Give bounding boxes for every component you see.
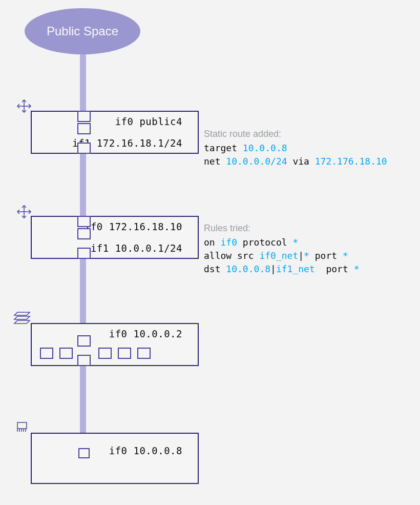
if0-label: if0 172.16.18.10 — [85, 221, 182, 232]
host-port — [78, 448, 90, 458]
if0-label: if0 public4 — [115, 116, 182, 127]
host-node: if0 10.0.0.8 — [31, 433, 199, 484]
svg-marker-4 — [14, 312, 30, 315]
switch-port — [40, 348, 53, 359]
public-space-label: Public Space — [47, 24, 118, 38]
svg-rect-7 — [17, 422, 27, 429]
diagram-canvas: Public Space if0 public4 if1 172.16.18.1… — [0, 0, 420, 505]
route-line-2: net 10.0.0.0/24 via 172.176.18.10 — [204, 155, 414, 168]
router-icon — [15, 204, 33, 219]
rules-line-2: allow src if0_net|* port * — [204, 249, 414, 262]
rules-line-1: on if0 protocol * — [204, 236, 414, 249]
switch-node: if0 10.0.0.2 — [31, 323, 199, 366]
public-space-cloud: Public Space — [25, 8, 140, 54]
if0-port — [77, 216, 91, 227]
svg-marker-6 — [14, 320, 30, 324]
svg-marker-5 — [14, 316, 30, 319]
if1-port-b — [77, 143, 91, 154]
if0-label: if0 10.0.0.8 — [109, 445, 182, 456]
host-icon — [13, 419, 31, 435]
switch-port — [98, 348, 112, 359]
annotation-header: Static route added: — [204, 127, 414, 140]
annotation-header: Rules tried: — [204, 221, 414, 235]
switch-port — [77, 335, 91, 347]
if1-port-a — [77, 228, 91, 239]
if1-label: if1 10.0.0.1/24 — [91, 243, 182, 254]
switch-port — [137, 348, 151, 359]
if0-label: if0 10.0.0.2 — [109, 328, 182, 339]
rules-line-3: dst 10.0.0.8|if1_net port * — [204, 262, 414, 276]
switch-port — [118, 348, 131, 359]
router-node-2: if0 172.16.18.10 if1 10.0.0.1/24 — [31, 216, 199, 259]
if1-port-b — [77, 248, 91, 259]
router-node-1: if0 public4 if1 172.16.18.1/24 — [31, 111, 199, 154]
if0-port — [77, 111, 91, 122]
rules-annotation: Rules tried: on if0 protocol * allow src… — [204, 221, 414, 276]
switch-port — [77, 355, 91, 366]
router-icon — [15, 98, 33, 114]
switch-port — [59, 348, 73, 359]
switch-icon — [13, 309, 31, 325]
if1-port-a — [77, 123, 91, 134]
route-line-1: target 10.0.0.8 — [204, 142, 414, 155]
static-route-annotation: Static route added: target 10.0.0.8 net … — [204, 127, 414, 168]
